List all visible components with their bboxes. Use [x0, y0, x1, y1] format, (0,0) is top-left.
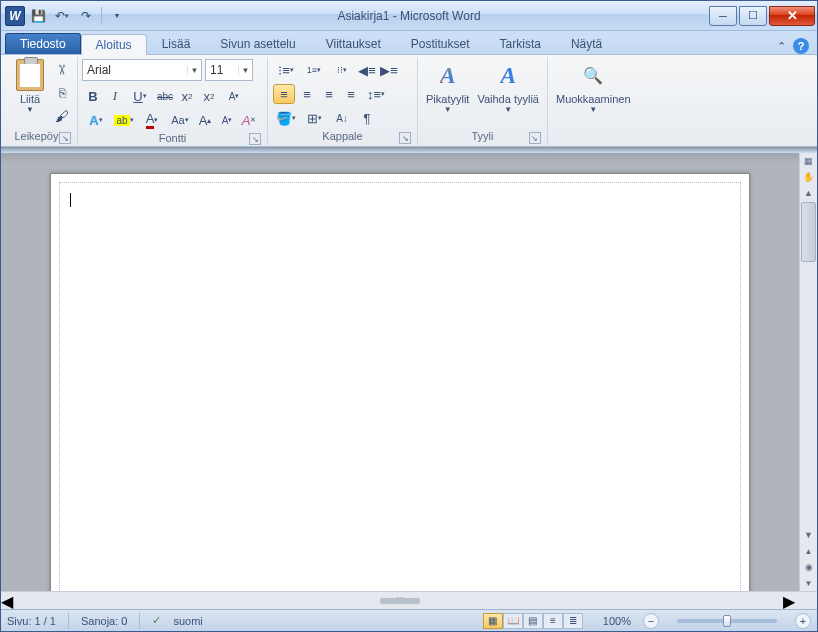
paragraph-launcher[interactable]: ↘: [399, 132, 411, 144]
hscroll-thumb[interactable]: [380, 598, 420, 604]
tab-file[interactable]: Tiedosto: [5, 33, 81, 54]
ribbon: Liitä ▼ ✂ ⎘ 🖌 Leikepöytä↘ Arial▼ 11▼ B: [1, 55, 817, 147]
grow-shrink-font-button[interactable]: A▾: [220, 85, 248, 107]
vertical-scrollbar[interactable]: ▦ ✋ ▲ ▼ ▲ ◉ ▼: [799, 153, 817, 591]
ruler-toggle-icon[interactable]: ▦: [800, 153, 817, 169]
numbering-button[interactable]: 1≡▾: [300, 59, 328, 81]
align-center-button[interactable]: ≡: [296, 83, 318, 105]
text-effects-button[interactable]: A▾: [82, 109, 110, 131]
quick-styles-button[interactable]: A Pikatyylit ▼: [422, 57, 473, 129]
subscript-button[interactable]: x2: [176, 85, 198, 107]
zoom-in-button[interactable]: +: [795, 613, 811, 629]
font-launcher[interactable]: ↘: [249, 133, 261, 145]
help-button[interactable]: ?: [793, 38, 809, 54]
group-font: Arial▼ 11▼ B I U▾ abc x2 x2 A▾ A▾ ab▾ A▾…: [78, 57, 268, 145]
scroll-up-button[interactable]: ▲: [800, 185, 817, 201]
italic-button[interactable]: I: [104, 85, 126, 107]
justify-icon: ≡: [347, 87, 355, 102]
qat-redo-button[interactable]: ↷: [75, 5, 97, 27]
copy-button[interactable]: ⎘: [51, 82, 73, 104]
qat-save-button[interactable]: 💾: [27, 5, 49, 27]
change-case-button[interactable]: Aa▾: [166, 109, 194, 131]
grow-font-button[interactable]: A▴: [194, 109, 216, 131]
hscroll-left-button[interactable]: ◀: [1, 592, 17, 609]
status-proofing-icon[interactable]: ✓: [152, 614, 161, 627]
clear-formatting-button[interactable]: A✕: [238, 109, 260, 131]
shrink-font-button[interactable]: A▾: [216, 109, 238, 131]
tab-review[interactable]: Tarkista: [485, 33, 556, 54]
decrease-indent-button[interactable]: ◀≡: [356, 59, 378, 81]
tab-references[interactable]: Viittaukset: [311, 33, 396, 54]
qat-separator: [101, 7, 102, 25]
zoom-slider[interactable]: [677, 619, 777, 623]
view-web-layout-button[interactable]: ▤: [523, 613, 543, 629]
tab-home[interactable]: Aloitus: [81, 34, 147, 55]
tab-view[interactable]: Näytä: [556, 33, 617, 54]
zoom-slider-handle[interactable]: [723, 615, 731, 627]
document-viewport[interactable]: [1, 153, 799, 591]
view-print-layout-button[interactable]: ▦: [483, 613, 503, 629]
view-buttons: ▦ 📖 ▤ ≡ ≣: [483, 613, 583, 629]
styles-launcher[interactable]: ↘: [529, 132, 541, 144]
qat-customize-button[interactable]: ▾: [106, 5, 128, 27]
horizontal-scrollbar[interactable]: ◀ ⦀⦀ ▶: [1, 591, 817, 609]
tab-page-layout[interactable]: Sivun asettelu: [205, 33, 310, 54]
align-left-button[interactable]: ≡: [273, 84, 295, 104]
scroll-track[interactable]: [800, 263, 817, 527]
document-page[interactable]: [50, 173, 750, 591]
status-word-count[interactable]: Sanoja: 0: [81, 615, 128, 627]
sort-button[interactable]: A↓: [328, 107, 356, 129]
editing-button[interactable]: 🔍 Muokkaaminen ▼: [552, 57, 635, 129]
bullets-button[interactable]: ⁝≡▾: [272, 59, 300, 81]
tab-mailings[interactable]: Postitukset: [396, 33, 485, 54]
format-painter-button[interactable]: 🖌: [51, 105, 73, 127]
ribbon-collapse-button[interactable]: ⌃: [773, 38, 789, 54]
copy-icon: ⎘: [59, 86, 66, 100]
next-page-button[interactable]: ▼: [800, 575, 817, 591]
multilevel-button[interactable]: ⁝⁝▾: [328, 59, 356, 81]
close-button[interactable]: ✕: [769, 6, 815, 26]
cut-button[interactable]: ✂: [51, 59, 73, 81]
bold-button[interactable]: B: [82, 85, 104, 107]
borders-button[interactable]: ⊞▾: [300, 107, 328, 129]
paste-button[interactable]: Liitä ▼: [9, 57, 51, 129]
hand-tool-icon[interactable]: ✋: [800, 169, 817, 185]
font-color-button[interactable]: A▾: [138, 109, 166, 131]
status-page[interactable]: Sivu: 1 / 1: [7, 615, 56, 627]
window-title: Asiakirja1 - Microsoft Word: [337, 9, 480, 23]
strikethrough-button[interactable]: abc: [154, 85, 176, 107]
zoom-out-button[interactable]: −: [643, 613, 659, 629]
clipboard-launcher[interactable]: ↘: [59, 132, 71, 144]
hscroll-track[interactable]: ⦀⦀: [17, 592, 783, 609]
font-name-combo[interactable]: Arial▼: [82, 59, 202, 81]
tab-insert[interactable]: Lisää: [147, 33, 206, 54]
show-marks-button[interactable]: ¶: [356, 107, 378, 129]
justify-button[interactable]: ≡: [340, 83, 362, 105]
scroll-thumb[interactable]: [801, 202, 816, 262]
highlight-button[interactable]: ab▾: [110, 109, 138, 131]
prev-page-button[interactable]: ▲: [800, 543, 817, 559]
change-styles-button[interactable]: A Vaihda tyyliä ▼: [473, 57, 543, 129]
group-clipboard: Liitä ▼ ✂ ⎘ 🖌 Leikepöytä↘: [5, 57, 78, 145]
increase-indent-button[interactable]: ▶≡: [378, 59, 400, 81]
maximize-button[interactable]: ☐: [739, 6, 767, 26]
qat-undo-button[interactable]: ↶▾: [51, 5, 73, 27]
minimize-button[interactable]: ─: [709, 6, 737, 26]
font-size-combo[interactable]: 11▼: [205, 59, 253, 81]
browse-object-button[interactable]: ◉: [800, 559, 817, 575]
scroll-down-button[interactable]: ▼: [800, 527, 817, 543]
status-bar: Sivu: 1 / 1 Sanoja: 0 ✓ suomi ▦ 📖 ▤ ≡ ≣ …: [1, 609, 817, 631]
view-full-screen-button[interactable]: 📖: [503, 613, 523, 629]
underline-button[interactable]: U▾: [126, 85, 154, 107]
align-right-button[interactable]: ≡: [318, 83, 340, 105]
binoculars-icon: 🔍: [583, 66, 603, 85]
word-app-icon[interactable]: W: [5, 6, 25, 26]
hscroll-right-button[interactable]: ▶: [783, 592, 799, 609]
shading-button[interactable]: 🪣▾: [272, 107, 300, 129]
zoom-level[interactable]: 100%: [603, 615, 631, 627]
view-draft-button[interactable]: ≣: [563, 613, 583, 629]
superscript-button[interactable]: x2: [198, 85, 220, 107]
line-spacing-button[interactable]: ↕≡▾: [362, 83, 390, 105]
status-language[interactable]: suomi: [173, 615, 202, 627]
view-outline-button[interactable]: ≡: [543, 613, 563, 629]
